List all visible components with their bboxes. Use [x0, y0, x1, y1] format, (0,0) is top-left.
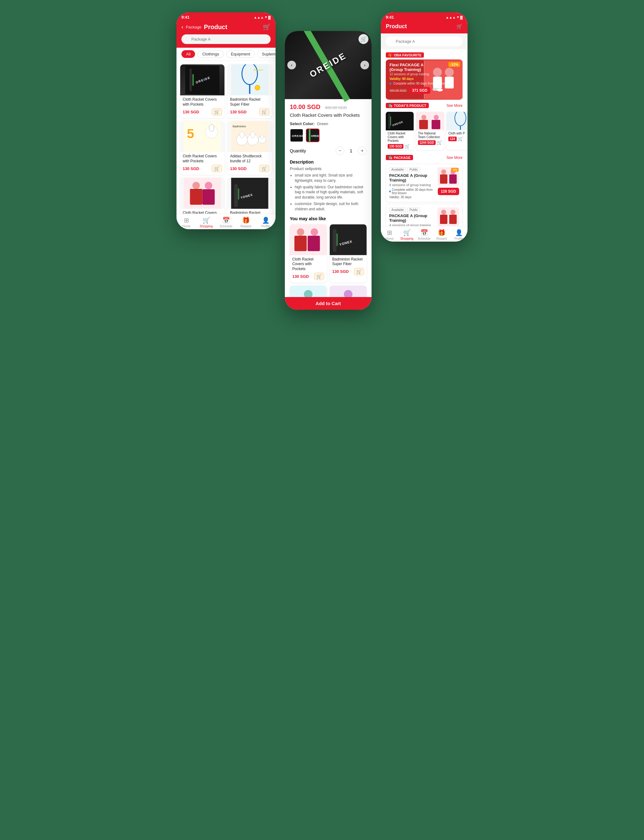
package-card-1[interactable]: Available Public PACKAGE A (Group Traini… — [386, 204, 463, 226]
profile-label-left: Profile — [261, 225, 270, 228]
svg-rect-77 — [419, 120, 428, 129]
add-to-cart-2[interactable]: 🛒 — [212, 165, 222, 172]
signal-icon: ▲▲▲ — [254, 15, 264, 19]
pkg-price-button-0[interactable]: 128 SGD — [438, 188, 459, 195]
svg-text:Senston: Senston — [254, 69, 263, 71]
product-name-0: Cloth Racket Covers with Pockets — [183, 97, 222, 107]
schedule-label-right: Schedule — [418, 237, 431, 240]
product-card-0[interactable]: OREIDE Cloth Racket Covers with Pockets … — [180, 64, 225, 118]
product-img-0: OREIDE — [180, 64, 225, 95]
product-card-3[interactable]: Badminton Adidas Shuttlecock bundle of 1… — [228, 121, 272, 175]
oba-favourite-banner[interactable]: -12% Flexi PACKAGE A (Group Training) 12… — [386, 59, 463, 100]
description-title: Description — [290, 159, 366, 164]
nav-reward-right[interactable]: 🎁 Reward — [433, 229, 450, 240]
cart-icon-left[interactable]: 🛒 — [263, 23, 271, 31]
left-phone: 9:41 ▲▲▲ ▾ ▓ ‹ Package Product 🛒 🔍 All C… — [176, 12, 276, 229]
color-label: Select Color: Green — [290, 122, 366, 126]
package-section-badge: 🛍️ PACKAGE — [386, 155, 413, 160]
right-phone: 9:41 ▲▲▲ ▾ ▓ Product 🛒 🔍 🎁 OBA F — [381, 12, 468, 242]
filter-tab-all[interactable]: All — [181, 50, 195, 58]
back-button[interactable]: ‹ — [181, 24, 183, 30]
nav-profile-right[interactable]: 👤 Profile — [450, 229, 468, 240]
package-card-0[interactable]: Available Public PACKAGE A (Group Traini… — [386, 164, 463, 202]
today-see-more[interactable]: See More — [447, 104, 463, 108]
may-also-like-grid: Cloth Racket Covers with Pockets 130 SGD… — [290, 224, 366, 297]
product-card-body-0: Cloth Racket Covers with Pockets 130 SGD… — [180, 95, 225, 118]
product-card-body-5: Badminton Racket Super Fiber 130 SGD 🛒 — [228, 209, 272, 214]
today-section-title-row: 🛍️ TODAY'S PRODUCT See More — [381, 100, 468, 110]
today-cart-0[interactable]: 🛒 — [405, 144, 410, 149]
today-card-2[interactable]: Cloth with P 124 🛒 — [447, 112, 468, 150]
today-card-0[interactable]: OREIDE Cloth Racket Covers with Pockets … — [386, 112, 414, 150]
related-card-1[interactable]: YONEX Badminton Racket Super Fiber 130 S… — [330, 224, 366, 283]
quantity-value: 1 — [348, 148, 354, 153]
nav-shopping-left[interactable]: 🛒 Shopping — [196, 217, 216, 228]
next-image-button[interactable]: › — [360, 61, 369, 69]
shopping-icon-left: 🛒 — [202, 217, 210, 224]
package-tags-0: Available Public — [389, 167, 434, 172]
package-badge-icon: 🛍️ — [388, 156, 393, 159]
today-badge-label: TODAY'S PRODUCT — [394, 104, 426, 107]
product-price-3: 130 SGD — [230, 166, 246, 171]
nav-shopping-right[interactable]: 🛒 Shopping — [398, 229, 416, 240]
filter-tab-suplement[interactable]: Suplement — [257, 50, 276, 58]
product-card-4[interactable]: Cloth Racket Covers with Pockets 130 SGD… — [180, 178, 225, 214]
product-card-5[interactable]: YONEX Badminton Racket Super Fiber 130 S… — [228, 178, 272, 214]
related-card-0[interactable]: Cloth Racket Covers with Pockets 130 SGD… — [290, 224, 327, 283]
add-to-cart-0[interactable]: 🛒 — [212, 108, 222, 115]
related-price-1: 130 SGD — [332, 269, 348, 274]
detail-orig-price: 400.00 SGD — [325, 105, 347, 110]
desc-point-2: customize: Simple design, suit for both … — [295, 201, 366, 212]
related-cart-1[interactable]: 🛒 — [354, 268, 364, 275]
product-name-2: Cloth Racket Covers with Pockets — [183, 154, 222, 164]
pkg-complete-text-0: Complete within 30 days from first lesso… — [392, 188, 434, 195]
svg-point-89 — [441, 210, 446, 215]
nav-home-right[interactable]: ⊞ Home — [381, 229, 398, 240]
nav-home-left[interactable]: ⊞ Home — [176, 217, 196, 228]
today-card-1[interactable]: The National Team Collection 1244 SGD 🛒 — [416, 112, 444, 150]
filter-tab-equipment[interactable]: Equipment — [226, 50, 255, 58]
decrease-qty-button[interactable]: − — [336, 146, 344, 155]
product-price-1: 130 SGD — [230, 110, 246, 114]
related-cart-0[interactable]: 🛒 — [314, 273, 324, 280]
increase-qty-button[interactable]: + — [358, 146, 366, 155]
profile-icon-right: 👤 — [455, 229, 463, 236]
add-to-cart-3[interactable]: 🛒 — [259, 165, 269, 172]
color-swatch-green[interactable]: OREIDE — [306, 128, 320, 142]
oreide-image: OREIDE — [285, 31, 371, 99]
product-grid-left: OREIDE Cloth Racket Covers with Pockets … — [176, 61, 276, 214]
nav-schedule-left[interactable]: 📅 Schedule — [216, 217, 236, 228]
today-cart-2[interactable]: 🛒 — [458, 136, 463, 141]
search-input-right[interactable] — [386, 36, 463, 46]
shopping-icon-right: 🛒 — [403, 229, 411, 236]
pkg-img-1 — [437, 207, 459, 226]
color-swatch-black[interactable]: OREIDE — [290, 128, 304, 142]
pkg-tag-available-1: Available — [389, 207, 406, 212]
cart-fab-button[interactable]: 🛒 — [358, 34, 368, 44]
add-to-cart-bar[interactable]: Add to Cart — [285, 297, 371, 310]
svg-rect-72 — [388, 113, 390, 129]
nav-reward-left[interactable]: 🎁 Reward — [236, 217, 256, 228]
prev-image-button[interactable]: ‹ — [288, 61, 296, 69]
svg-rect-80 — [447, 112, 468, 130]
package-see-more[interactable]: See More — [447, 156, 463, 160]
header-right: Product 🛒 — [381, 21, 468, 33]
home-icon-right: ⊞ — [387, 229, 392, 236]
product-card-2[interactable]: 5 Cloth Racket Covers with Pockets 130 S… — [180, 121, 225, 175]
nav-profile-left[interactable]: 👤 Profile — [256, 217, 276, 228]
desc-point-0: small size and light: Small size and lig… — [295, 173, 366, 183]
banner-price-button[interactable]: 371 SGD — [409, 87, 430, 94]
oba-section-title-row: 🎁 OBA FAVOURITE — [381, 49, 468, 59]
nav-schedule-right[interactable]: 📅 Schedule — [416, 229, 433, 240]
today-cart-1[interactable]: 🛒 — [437, 140, 442, 145]
add-to-cart-1[interactable]: 🛒 — [259, 108, 269, 115]
related-card-3[interactable]: FZ Winter Female Sport Coat with zi... 1… — [330, 286, 366, 297]
search-input-left[interactable] — [181, 35, 271, 44]
filter-tab-clothings[interactable]: Clothings — [197, 50, 223, 58]
time-left: 9:41 — [181, 15, 189, 20]
related-card-2[interactable]: FZ Winter Male Sport Coat with zi... 130… — [290, 286, 327, 297]
svg-text:OREIDE: OREIDE — [311, 135, 319, 138]
cart-icon-right[interactable]: 🛒 — [457, 23, 463, 30]
svg-point-78 — [434, 115, 439, 120]
product-card-1[interactable]: Senston Badminton Racket Super Fiber 130… — [228, 64, 272, 118]
